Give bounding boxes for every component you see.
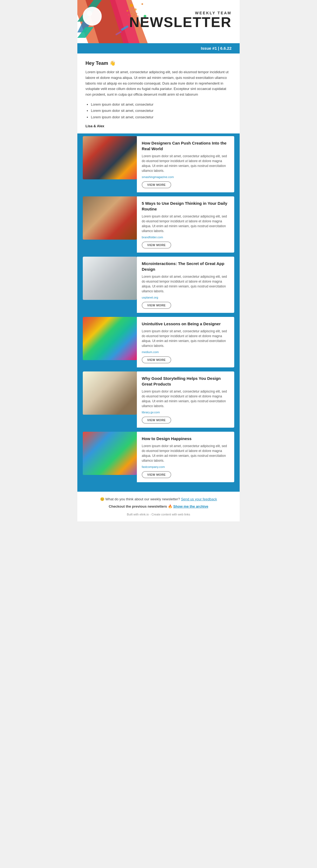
svg-point-9 bbox=[141, 3, 143, 5]
article-image-2 bbox=[83, 257, 137, 300]
view-more-btn-5[interactable]: VIEW MORE bbox=[142, 471, 171, 478]
article-cards-container: How Designers Can Push Creations Into th… bbox=[83, 136, 234, 482]
intro-bullet-list: Lorem ipsum dolor sit amet, consectetur … bbox=[91, 101, 232, 120]
issue-text: Issue #1 | 6.6.22 bbox=[201, 46, 232, 51]
article-title-3: Unintuitive Lessons on Being a Designer bbox=[142, 321, 229, 327]
article-content-1: 5 Ways to Use Design Thinking in Your Da… bbox=[137, 196, 234, 253]
svg-point-11 bbox=[87, 11, 92, 16]
footer-built-text: Built with elink.io - Create content wit… bbox=[85, 513, 232, 516]
article-content-4: Why Good Storytelling Helps You Design G… bbox=[137, 371, 234, 428]
article-content-3: Unintuitive Lessons on Being a Designer … bbox=[137, 317, 234, 367]
article-image-placeholder-4 bbox=[83, 371, 137, 415]
article-image-1 bbox=[83, 196, 137, 240]
article-image-4 bbox=[83, 371, 137, 415]
newsletter-label: NEWSLETTER bbox=[129, 15, 232, 29]
view-more-btn-3[interactable]: VIEW MORE bbox=[142, 356, 171, 363]
article-card-0: How Designers Can Push Creations Into th… bbox=[83, 136, 234, 192]
svg-point-8 bbox=[126, 10, 128, 11]
article-image-placeholder-1 bbox=[83, 196, 137, 240]
article-desc-5: Lorem ipsum dolor sit amet, consectetur … bbox=[142, 443, 229, 463]
article-image-placeholder-5 bbox=[83, 432, 137, 475]
article-image-0 bbox=[83, 136, 137, 179]
article-source-1: brandfolder.com bbox=[142, 236, 229, 239]
footer-archive-line: Checkout the previous newsletters 🔥 Show… bbox=[85, 504, 232, 508]
article-image-placeholder-3 bbox=[83, 317, 137, 360]
bullet-1: Lorem ipsum dolor sit amet, consectetur bbox=[91, 101, 232, 107]
view-more-btn-0[interactable]: VIEW MORE bbox=[142, 181, 171, 188]
article-card-1: 5 Ways to Use Design Thinking in Your Da… bbox=[83, 196, 234, 253]
article-desc-1: Lorem ipsum dolor sit amet, consectetur … bbox=[142, 214, 229, 234]
article-source-2: uxplanet.org bbox=[142, 296, 229, 299]
article-image-3 bbox=[83, 317, 137, 360]
article-desc-3: Lorem ipsum dolor sit amet, consectetur … bbox=[142, 329, 229, 348]
article-source-4: library.gv.com bbox=[142, 411, 229, 414]
svg-point-6 bbox=[130, 4, 133, 7]
article-image-placeholder-2 bbox=[83, 257, 137, 300]
header-section: WEEKLY TEAM NEWSLETTER bbox=[77, 0, 240, 43]
hey-team-heading: Hey Team 👋 bbox=[85, 60, 232, 66]
archive-link[interactable]: Show me the archive bbox=[173, 504, 208, 508]
article-source-5: fastcompany.com bbox=[142, 465, 229, 468]
archive-text: Checkout the previous newsletters bbox=[109, 504, 167, 508]
article-title-4: Why Good Storytelling Helps You Design G… bbox=[142, 375, 229, 387]
article-desc-4: Lorem ipsum dolor sit amet, consectetur … bbox=[142, 389, 229, 408]
signature: Lisa & Alex bbox=[85, 124, 232, 128]
article-title-0: How Designers Can Push Creations Into th… bbox=[142, 140, 229, 152]
article-source-0: smashingmagazine.com bbox=[142, 175, 229, 179]
svg-point-10 bbox=[83, 7, 102, 26]
article-image-5 bbox=[83, 432, 137, 475]
bullet-2: Lorem ipsum dolor sit amet, consectetur bbox=[91, 107, 232, 114]
article-title-1: 5 Ways to Use Design Thinking in Your Da… bbox=[142, 200, 229, 212]
header-title-block: WEEKLY TEAM NEWSLETTER bbox=[129, 11, 232, 29]
article-card-4: Why Good Storytelling Helps You Design G… bbox=[83, 371, 234, 428]
feedback-text: What do you think about our weekly newsl… bbox=[105, 497, 180, 501]
article-image-placeholder-0 bbox=[83, 136, 137, 179]
feedback-link[interactable]: Send us your feedback bbox=[181, 497, 217, 501]
article-desc-0: Lorem ipsum dolor sit amet, consectetur … bbox=[142, 154, 229, 173]
article-card-3: Unintuitive Lessons on Being a Designer … bbox=[83, 317, 234, 367]
feedback-emoji: 😊 bbox=[100, 497, 105, 501]
intro-section: Hey Team 👋 Lorem ipsum dolor sit amet, c… bbox=[77, 54, 240, 133]
issue-bar: Issue #1 | 6.6.22 bbox=[77, 43, 240, 54]
footer: 😊 What do you think about our weekly new… bbox=[77, 492, 240, 521]
archive-emoji: 🔥 bbox=[168, 504, 172, 508]
article-title-5: How to Design Happiness bbox=[142, 436, 229, 441]
article-card-2: Microinteractions: The Secret of Great A… bbox=[83, 257, 234, 313]
view-more-btn-1[interactable]: VIEW MORE bbox=[142, 242, 171, 249]
email-wrapper: WEEKLY TEAM NEWSLETTER Issue #1 | 6.6.22… bbox=[77, 0, 240, 521]
article-card-5: How to Design Happiness Lorem ipsum dolo… bbox=[83, 432, 234, 482]
article-content-5: How to Design Happiness Lorem ipsum dolo… bbox=[137, 432, 234, 482]
article-content-0: How Designers Can Push Creations Into th… bbox=[137, 136, 234, 192]
intro-body-text: Lorem ipsum dolor sit amet, consectetur … bbox=[85, 69, 232, 97]
article-content-2: Microinteractions: The Secret of Great A… bbox=[137, 257, 234, 313]
articles-section: How Designers Can Push Creations Into th… bbox=[77, 133, 240, 492]
view-more-btn-4[interactable]: VIEW MORE bbox=[142, 416, 171, 424]
bullet-3: Lorem ipsum dolor sit amet, consectetur bbox=[91, 114, 232, 120]
article-source-3: medium.com bbox=[142, 350, 229, 353]
view-more-btn-2[interactable]: VIEW MORE bbox=[142, 302, 171, 309]
svg-point-7 bbox=[135, 8, 137, 10]
footer-feedback-line: 😊 What do you think about our weekly new… bbox=[85, 497, 232, 501]
article-desc-2: Lorem ipsum dolor sit amet, consectetur … bbox=[142, 274, 229, 293]
article-title-2: Microinteractions: The Secret of Great A… bbox=[142, 261, 229, 272]
